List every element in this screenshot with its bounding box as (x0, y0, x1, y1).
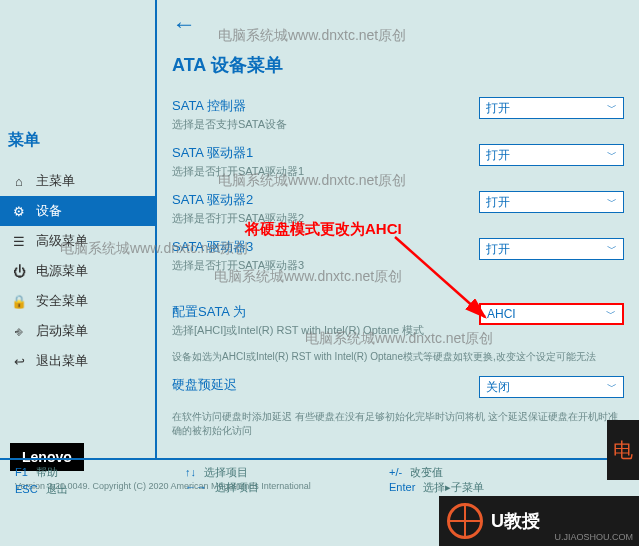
boot-icon: ⎆ (10, 324, 28, 339)
setting-long-desc: 设备如选为AHCI或Intel(R) RST with Intel(R) Opt… (172, 350, 624, 364)
sata-controller-select[interactable]: 打开 ﹀ (479, 97, 624, 119)
key-label: 选择项目 (204, 466, 248, 478)
setting-label: SATA 控制器 (172, 97, 312, 115)
main-panel: ← ATA 设备菜单 SATA 控制器 选择是否支持SATA设备 打开 ﹀ SA… (167, 0, 639, 460)
sidebar-item-label: 安全菜单 (36, 292, 88, 310)
gear-icon: ⚙ (10, 204, 28, 219)
setting-long-desc: 在软件访问硬盘时添加延迟 有些硬盘在没有足够初始化完毕时访问将机 这个延迟保证硬… (172, 410, 624, 438)
key-f1: F1 (15, 466, 28, 478)
sidebar-item-label: 设备 (36, 202, 62, 220)
sidebar-item-label: 启动菜单 (36, 322, 88, 340)
chevron-down-icon: ﹀ (607, 148, 617, 162)
setting-label: 硬盘预延迟 (172, 376, 312, 394)
chevron-down-icon: ﹀ (607, 101, 617, 115)
logo-circle-icon (447, 503, 483, 539)
chevron-down-icon: ﹀ (607, 195, 617, 209)
setting-desc: 选择是否打开SATA驱动器1 (172, 164, 312, 179)
setting-row-disk-delay: 硬盘预延迟 关闭 ﹀ (172, 376, 624, 398)
setting-label: SATA 驱动器2 (172, 191, 312, 209)
key-enter: Enter (389, 481, 415, 493)
power-icon: ⏻ (10, 264, 28, 279)
setting-row-sata-drive3: SATA 驱动器3 选择是否打开SATA驱动器3 打开 ﹀ (172, 238, 624, 273)
select-value: 打开 (486, 241, 510, 258)
sidebar-item-exit[interactable]: ↩ 退出菜单 (0, 346, 155, 376)
sata-drive1-select[interactable]: 打开 ﹀ (479, 144, 624, 166)
key-label: 帮助 (36, 466, 58, 478)
key-label: 选择▸子菜单 (423, 481, 484, 493)
key-plusminus: +/- (389, 466, 402, 478)
back-arrow-icon[interactable]: ← (172, 10, 196, 38)
page-title: ATA 设备菜单 (172, 53, 624, 77)
setting-label: SATA 驱动器3 (172, 238, 312, 256)
sliders-icon: ☰ (10, 234, 28, 249)
sidebar-item-security[interactable]: 🔒 安全菜单 (0, 286, 155, 316)
ujiaoshou-logo: U教授 U.JIAOSHOU.COM (439, 496, 639, 546)
sidebar-item-label: 高级菜单 (36, 232, 88, 250)
setting-row-sata-controller: SATA 控制器 选择是否支持SATA设备 打开 ﹀ (172, 97, 624, 132)
sidebar-item-advanced[interactable]: ☰ 高级菜单 (0, 226, 155, 256)
sata-drive2-select[interactable]: 打开 ﹀ (479, 191, 624, 213)
sidebar-item-power[interactable]: ⏻ 电源菜单 (0, 256, 155, 286)
sidebar-item-boot[interactable]: ⎆ 启动菜单 (0, 316, 155, 346)
sidebar-item-label: 主菜单 (36, 172, 75, 190)
chevron-down-icon: ﹀ (607, 380, 617, 394)
key-label: 改变值 (410, 466, 443, 478)
home-icon: ⌂ (10, 174, 28, 189)
logo-text: U教授 (491, 509, 540, 533)
setting-row-sata-drive1: SATA 驱动器1 选择是否打开SATA驱动器1 打开 ﹀ (172, 144, 624, 179)
select-value: 关闭 (486, 379, 510, 396)
sata-drive3-select[interactable]: 打开 ﹀ (479, 238, 624, 260)
annotation-text: 将硬盘模式更改为AHCI (245, 220, 402, 239)
setting-desc: 选择[AHCI]或Intel(R) RST with Intel(R) Opta… (172, 323, 479, 338)
configure-sata-select[interactable]: AHCI ﹀ (479, 303, 624, 325)
select-value: 打开 (486, 194, 510, 211)
menu-title: 菜单 (0, 130, 155, 166)
key-updown: ↑↓ (185, 466, 196, 478)
sidebar: 菜单 ⌂ 主菜单 ⚙ 设备 ☰ 高级菜单 ⏻ 电源菜单 🔒 安全菜单 ⎆ 启动菜… (0, 0, 155, 460)
key-leftright: ←→ (185, 481, 207, 493)
setting-desc: 选择是否打开SATA驱动器3 (172, 258, 312, 273)
lock-icon: 🔒 (10, 294, 28, 309)
key-label: 选择项目 (215, 481, 259, 493)
sidebar-item-label: 退出菜单 (36, 352, 88, 370)
exit-icon: ↩ (10, 354, 28, 369)
logo-subtext: U.JIAOSHOU.COM (554, 532, 633, 542)
select-value: 打开 (486, 147, 510, 164)
select-value: 打开 (486, 100, 510, 117)
setting-label: SATA 驱动器1 (172, 144, 312, 162)
chevron-down-icon: ﹀ (606, 307, 616, 321)
vertical-divider (155, 0, 157, 460)
side-logo: 电 (607, 420, 639, 480)
chevron-down-icon: ﹀ (607, 242, 617, 256)
key-label: 退出 (46, 483, 68, 495)
select-value: AHCI (487, 307, 516, 321)
key-esc: ESC (15, 483, 38, 495)
setting-desc: 选择是否支持SATA设备 (172, 117, 312, 132)
sidebar-item-device[interactable]: ⚙ 设备 (0, 196, 155, 226)
setting-label: 配置SATA 为 (172, 303, 312, 321)
disk-delay-select[interactable]: 关闭 ﹀ (479, 376, 624, 398)
sidebar-item-label: 电源菜单 (36, 262, 88, 280)
setting-row-configure-sata: 配置SATA 为 选择[AHCI]或Intel(R) RST with Inte… (172, 303, 624, 338)
sidebar-item-main[interactable]: ⌂ 主菜单 (0, 166, 155, 196)
